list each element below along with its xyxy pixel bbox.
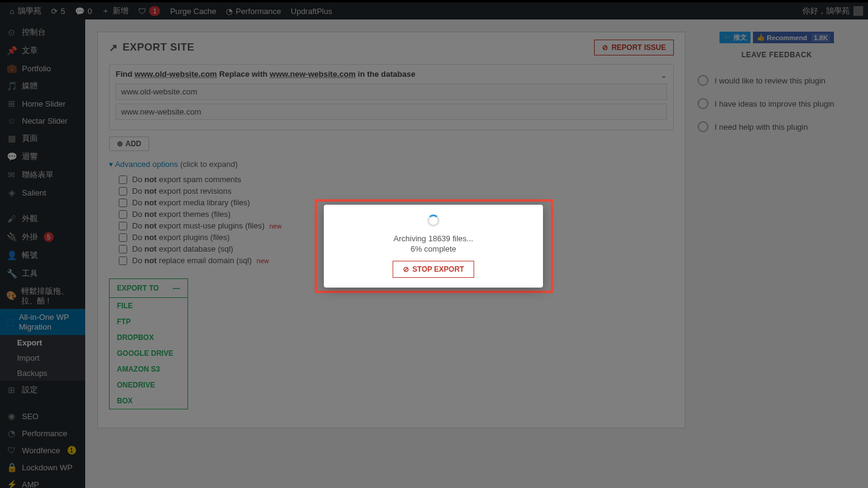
progress-line2: 6% complete xyxy=(334,244,533,253)
progress-line1: Archiving 18639 files... xyxy=(334,234,533,243)
spinner-icon xyxy=(427,214,439,227)
stop-icon: ⊘ xyxy=(403,265,409,274)
stop-export-button[interactable]: ⊘STOP EXPORT xyxy=(393,261,475,278)
export-progress-modal: Archiving 18639 files... 6% complete ⊘ST… xyxy=(324,205,543,288)
